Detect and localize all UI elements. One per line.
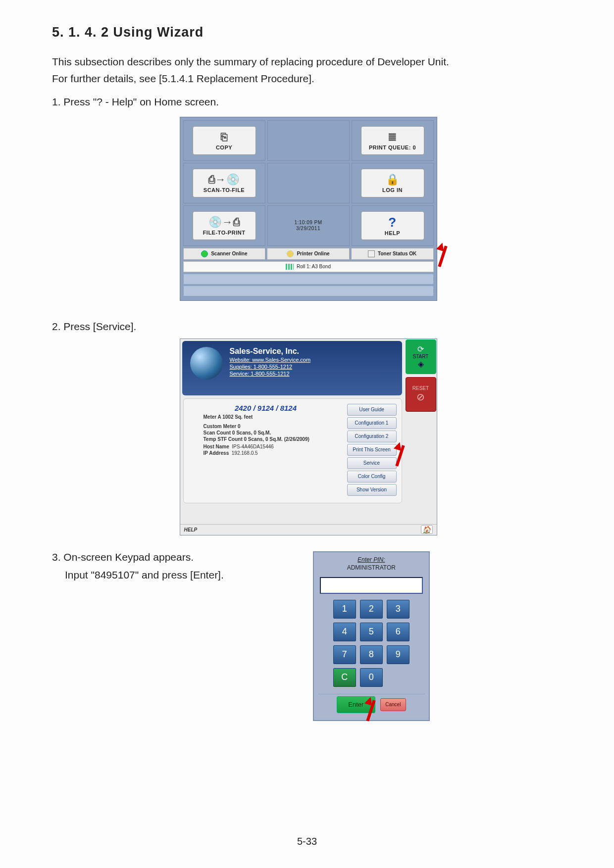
pin-display[interactable] bbox=[320, 577, 423, 594]
company-name: Sales-Service, Inc. bbox=[230, 347, 300, 355]
roll-label: Roll 1: A3 Bond bbox=[297, 264, 331, 269]
home-time: 1:10:09 PM bbox=[294, 220, 322, 226]
section-heading: 5. 1. 4. 2 Using Wizard bbox=[52, 25, 564, 40]
key-2[interactable]: 2 bbox=[360, 600, 383, 619]
intro-line-2: For further details, see [5.1.4.1 Replac… bbox=[52, 72, 564, 86]
file-to-print-label: FILE-TO-PRINT bbox=[203, 230, 246, 236]
log-in-tile[interactable]: 🔒 LOG IN bbox=[361, 169, 424, 197]
configuration-2-button[interactable]: Configuration 2 bbox=[347, 431, 397, 442]
help-screen-screenshot: Sales-Service, Inc. Website: www.Sales-S… bbox=[180, 338, 437, 535]
key-7[interactable]: 7 bbox=[333, 645, 356, 664]
globe-icon bbox=[190, 347, 223, 380]
scan-to-file-icon: ⎙→💿 bbox=[208, 173, 240, 186]
service-value: 1-800-555-1212 bbox=[251, 371, 289, 377]
key-clear[interactable]: C bbox=[333, 668, 356, 687]
print-queue-icon: ≣ bbox=[388, 131, 397, 144]
print-this-screen-button[interactable]: Print This Screen bbox=[347, 444, 397, 456]
print-queue-label: PRINT QUEUE: 0 bbox=[369, 145, 416, 150]
file-to-print-tile[interactable]: 💿→⎙ FILE-TO-PRINT bbox=[193, 211, 256, 240]
key-5[interactable]: 5 bbox=[360, 623, 383, 641]
help-label: HELP bbox=[385, 230, 400, 236]
hostname-label: Host Name bbox=[204, 444, 229, 449]
printer-status-label: Printer Online bbox=[297, 251, 329, 256]
key-4[interactable]: 4 bbox=[333, 623, 356, 641]
keypad-subtitle: ADMINISTRATOR bbox=[318, 564, 425, 571]
key-0[interactable]: 0 bbox=[360, 668, 383, 687]
key-9[interactable]: 9 bbox=[387, 645, 409, 664]
user-guide-button[interactable]: User Guide bbox=[347, 404, 397, 416]
printer-status: Printer Online bbox=[267, 248, 350, 260]
reset-button[interactable]: RESET ⊘ bbox=[406, 377, 436, 412]
scan-to-file-tile[interactable]: ⎙→💿 SCAN-TO-FILE bbox=[193, 169, 256, 197]
step-3-line-2: Input "8495107" and press [Enter]. bbox=[65, 569, 224, 581]
home-blank-bar-2 bbox=[183, 286, 434, 296]
lock-icon: 🔒 bbox=[386, 173, 400, 186]
key-6[interactable]: 6 bbox=[387, 623, 409, 641]
supplies-label: Supplies: bbox=[230, 364, 252, 370]
log-in-label: LOG IN bbox=[382, 187, 403, 193]
home-icon-button[interactable]: 🏠 bbox=[421, 525, 433, 534]
start-button[interactable]: ⟳ START ◈ bbox=[406, 339, 436, 374]
scan-to-file-label: SCAN-TO-FILE bbox=[204, 187, 245, 193]
service-button[interactable]: Service bbox=[347, 457, 397, 469]
step-2: 2. Press [Service]. bbox=[52, 321, 564, 333]
roll-status: Roll 1: A3 Bond bbox=[183, 261, 434, 272]
printer-status-icon bbox=[287, 250, 294, 257]
help-info-panel: 2420 / 9124 / 8124 Meter A 1002 Sq. feet… bbox=[183, 398, 402, 503]
configuration-1-button[interactable]: Configuration 1 bbox=[347, 417, 397, 429]
roll-icon bbox=[286, 264, 294, 270]
model-label: 2420 / 9124 / 8124 bbox=[189, 404, 343, 412]
scan-count: Scan Count 0 Scans, 0 Sq.M. bbox=[204, 430, 271, 435]
help-footer-label: HELP bbox=[184, 527, 198, 532]
scanner-status-icon bbox=[201, 250, 208, 257]
color-config-button[interactable]: Color Config bbox=[347, 471, 397, 482]
key-8[interactable]: 8 bbox=[360, 645, 383, 664]
intro-line-1: This subsection describes only the summa… bbox=[52, 55, 564, 69]
start-label: START bbox=[413, 354, 429, 359]
home-screen-screenshot: ⎘ COPY ≣ PRINT QUEUE: 0 ⎙→💿 SCAN-TO-FILE… bbox=[180, 117, 437, 301]
toner-status: Toner Status OK bbox=[351, 248, 434, 260]
keypad-title: Enter PIN: bbox=[318, 556, 425, 563]
toner-status-icon bbox=[368, 250, 375, 257]
toner-status-label: Toner Status OK bbox=[378, 251, 416, 256]
ip-value: 192.168.0.5 bbox=[232, 450, 258, 456]
copy-icon: ⎘ bbox=[221, 131, 228, 144]
home-blank-bar-1 bbox=[183, 274, 434, 285]
help-header: Sales-Service, Inc. Website: www.Sales-S… bbox=[182, 341, 402, 395]
website-label: Website: bbox=[230, 357, 251, 363]
scanner-status: Scanner Online bbox=[183, 248, 266, 260]
key-1[interactable]: 1 bbox=[333, 600, 356, 619]
page-number: 5-33 bbox=[0, 836, 614, 847]
annotation-arrow-enter bbox=[362, 695, 380, 723]
key-3[interactable]: 3 bbox=[387, 600, 409, 619]
home-date: 3/29/2011 bbox=[294, 226, 322, 232]
file-to-print-icon: 💿→⎙ bbox=[208, 216, 240, 229]
print-queue-tile[interactable]: ≣ PRINT QUEUE: 0 bbox=[361, 126, 424, 155]
custom-meter: Custom Meter 0 bbox=[204, 424, 241, 429]
meter-a: Meter A 1002 Sq. feet bbox=[204, 414, 253, 420]
annotation-arrow-help bbox=[434, 241, 452, 268]
temp-stf-count: Temp STF Count 0 Scans, 0 Sq.M. (2/26/20… bbox=[204, 436, 309, 442]
supplies-value: 1-800-555-1212 bbox=[254, 364, 292, 370]
ip-label: IP Address bbox=[204, 450, 229, 456]
hostname-value: IPS-4A46DA15446 bbox=[232, 444, 274, 449]
website-value[interactable]: www.Sales-Service.com bbox=[252, 357, 310, 363]
show-version-button[interactable]: Show Version bbox=[347, 484, 397, 496]
step-3-line-1: 3. On-screen Keypad appears. bbox=[52, 551, 224, 563]
annotation-arrow-service bbox=[392, 440, 409, 468]
help-icon: ? bbox=[388, 215, 396, 230]
step-1: 1. Press "? - Help" on Home screen. bbox=[52, 96, 564, 108]
scanner-status-label: Scanner Online bbox=[211, 251, 247, 256]
reset-label: RESET bbox=[412, 386, 429, 391]
copy-tile[interactable]: ⎘ COPY bbox=[193, 126, 256, 155]
help-tile[interactable]: ? HELP bbox=[361, 211, 424, 240]
cancel-button[interactable]: Cancel bbox=[380, 698, 406, 711]
copy-label: COPY bbox=[216, 145, 232, 150]
service-label: Service: bbox=[230, 371, 250, 377]
